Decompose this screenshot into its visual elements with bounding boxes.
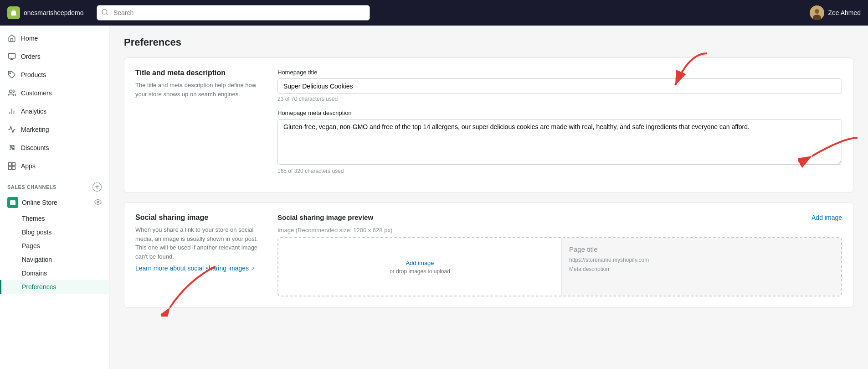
title-meta-heading: Title and meta description — [135, 69, 263, 77]
title-meta-left: Title and meta description The title and… — [135, 69, 263, 182]
home-icon — [7, 34, 16, 43]
marketing-label: Marketing — [21, 126, 49, 133]
preview-meta-desc: Meta description — [569, 266, 834, 272]
homepage-title-field: Homepage title 23 of 70 characters used — [277, 69, 842, 102]
eye-icon[interactable] — [94, 198, 102, 207]
apps-label: Apps — [21, 162, 36, 170]
sidebar-subitem-pages[interactable]: Pages — [0, 239, 109, 253]
orders-label: Orders — [21, 53, 41, 60]
svg-point-9 — [10, 90, 12, 93]
title-meta-right: Homepage title 23 of 70 characters used … — [277, 69, 842, 182]
sidebar-item-apps[interactable]: Apps — [0, 157, 109, 175]
social-title: Social sharing image — [135, 213, 263, 222]
social-card-inner: Social sharing image When you share a li… — [135, 213, 842, 296]
preview-meta: Page title https://storename.myshopify.c… — [562, 238, 841, 296]
sidebar-item-discounts[interactable]: Discounts — [0, 139, 109, 157]
learn-more-text: Learn more about social sharing images — [135, 265, 249, 272]
homepage-title-input[interactable] — [277, 78, 842, 94]
page-title: Preferences — [124, 36, 853, 48]
avatar — [810, 5, 824, 20]
svg-rect-19 — [12, 166, 15, 170]
user-name: Zee Ahmed — [828, 9, 861, 16]
svg-rect-17 — [12, 163, 15, 166]
app-wrapper: onesmartsheepdemo Zee Ahmed — [0, 0, 868, 369]
social-preview-title: Social sharing image preview — [277, 213, 373, 221]
svg-line-1 — [106, 14, 108, 15]
svg-point-14 — [12, 148, 14, 150]
social-left: Social sharing image When you share a li… — [135, 213, 263, 296]
marketing-icon — [7, 125, 16, 134]
sidebar-nav: Home Orders Products — [0, 26, 109, 297]
sales-channels-section: SALES CHANNELS + — [0, 175, 109, 193]
svg-point-0 — [102, 10, 107, 15]
title-meta-desc: The title and meta description help defi… — [135, 81, 263, 99]
social-right: Social sharing image preview Add image I… — [277, 213, 842, 296]
title-meta-section: Title and meta description The title and… — [135, 69, 842, 182]
homepage-title-label: Homepage title — [277, 69, 842, 76]
sidebar-item-orders[interactable]: Orders — [0, 47, 109, 66]
svg-point-8 — [10, 73, 10, 73]
image-upload-area[interactable]: Add image or drop images to upload — [278, 238, 562, 296]
products-icon — [7, 70, 16, 79]
main-area: Home Orders Products — [0, 26, 868, 369]
bag-icon — [10, 9, 18, 17]
customers-label: Customers — [21, 89, 52, 97]
store-name: onesmartsheepdemo — [24, 9, 84, 16]
search-input[interactable] — [97, 5, 370, 21]
social-desc: When you share a link to your store on s… — [135, 225, 263, 261]
svg-point-3 — [815, 9, 819, 14]
main-content: Preferences Title and meta description T… — [109, 26, 868, 369]
upload-link[interactable]: Add image — [406, 260, 434, 266]
brand-area: onesmartsheepdemo — [7, 6, 89, 19]
online-store-icon — [7, 197, 18, 208]
sidebar: Home Orders Products — [0, 26, 109, 369]
sidebar-subitem-navigation[interactable]: Navigation — [0, 253, 109, 266]
user-area: Zee Ahmed — [810, 5, 861, 20]
svg-rect-16 — [9, 163, 12, 166]
discounts-label: Discounts — [21, 144, 49, 151]
add-sales-channel-button[interactable]: + — [92, 182, 102, 192]
image-label: Image (Recommended size: 1200 x 628 px) — [277, 227, 842, 234]
customers-icon — [7, 88, 16, 98]
apps-icon — [7, 161, 16, 171]
analytics-label: Analytics — [21, 108, 46, 115]
external-link-icon: ↗ — [251, 266, 255, 271]
top-bar: onesmartsheepdemo Zee Ahmed — [0, 0, 868, 26]
meta-desc-label: Homepage meta description — [277, 109, 842, 116]
sidebar-subitem-blog-posts[interactable]: Blog posts — [0, 225, 109, 239]
sidebar-subitem-preferences[interactable]: Preferences — [0, 280, 109, 294]
title-meta-card: Title and meta description The title and… — [124, 57, 853, 193]
sidebar-item-marketing[interactable]: Marketing — [0, 120, 109, 139]
products-label: Products — [21, 71, 46, 78]
meta-desc-hint: 165 of 320 characters used — [277, 168, 842, 174]
preview-meta-title: Page title — [569, 245, 834, 253]
image-preview-box: Add image or drop images to upload Page … — [277, 237, 842, 296]
search-icon — [101, 9, 108, 17]
search-bar — [97, 5, 370, 21]
svg-rect-18 — [9, 166, 12, 170]
analytics-icon — [7, 107, 16, 116]
preview-meta-url: https://storename.myshopify.com — [569, 257, 834, 263]
shopify-logo — [7, 6, 20, 19]
home-label: Home — [21, 35, 38, 42]
homepage-title-hint: 23 of 70 characters used — [277, 96, 842, 102]
svg-rect-5 — [9, 53, 15, 58]
discounts-icon — [7, 143, 16, 152]
sidebar-item-analytics[interactable]: Analytics — [0, 102, 109, 120]
sidebar-item-customers[interactable]: Customers — [0, 84, 109, 102]
orders-icon — [7, 52, 16, 61]
learn-more-link[interactable]: Learn more about social sharing images ↗ — [135, 265, 255, 272]
sidebar-item-online-store[interactable]: Online Store — [0, 193, 109, 212]
sidebar-item-home[interactable]: Home — [0, 29, 109, 47]
sidebar-subitem-domains[interactable]: Domains — [0, 266, 109, 280]
sidebar-item-products[interactable]: Products — [0, 66, 109, 84]
social-card: Social sharing image When you share a li… — [124, 202, 853, 308]
sidebar-subitem-themes[interactable]: Themes — [0, 212, 109, 225]
add-image-link[interactable]: Add image — [812, 214, 842, 221]
online-store-label: Online Store — [22, 199, 57, 206]
social-right-header: Social sharing image preview Add image — [277, 213, 842, 221]
svg-point-13 — [10, 146, 11, 147]
upload-hint: or drop images to upload — [390, 268, 450, 275]
meta-desc-textarea[interactable] — [277, 119, 842, 165]
meta-desc-field: Homepage meta description 165 of 320 cha… — [277, 109, 842, 174]
